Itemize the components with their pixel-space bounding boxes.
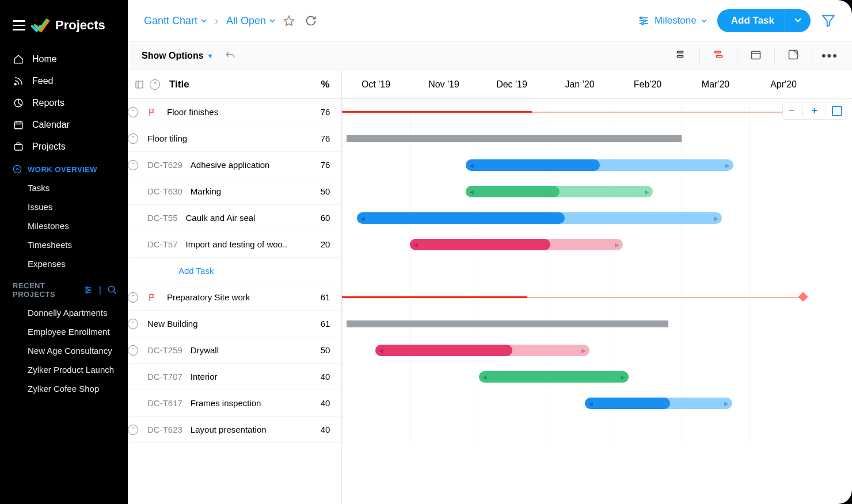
search-icon[interactable] [107,285,117,295]
feed-icon [13,75,24,87]
gantt-row[interactable] [342,311,852,337]
milestone-diamond-icon[interactable] [798,292,808,302]
task-row[interactable]: ⌃DC-T617 Frames inspection40 [128,390,341,417]
gantt-chart[interactable]: Oct '19Nov '19Dec '19Jan '20Feb'20Mar'20… [342,70,852,504]
gantt-row[interactable]: ◀▶ [342,152,852,178]
gantt-row[interactable] [342,99,852,125]
collapse-icon[interactable]: ⌃ [128,319,138,329]
recent-item[interactable]: Zylker Product Launch [0,360,128,379]
task-bar[interactable]: ◀▶ [375,345,589,356]
sliders-icon[interactable] [83,285,93,295]
milestone-label: Milestone [655,15,697,26]
recent-item[interactable]: New Age Consultancy [0,341,128,360]
undo-icon[interactable] [225,50,236,62]
collapse-icon[interactable]: ⌃ [128,107,138,117]
recent-item[interactable]: Donnelly Apartments [0,303,128,322]
task-row[interactable]: ⌃DC-T259 Drywall50 [128,337,341,364]
task-row[interactable]: ⌃DC-T707 Interior40 [128,364,341,390]
group-row[interactable]: ⌃Floor tiling76 [128,125,341,152]
svg-point-11 [108,286,115,292]
svg-rect-20 [714,51,721,53]
gantt-row[interactable] [342,125,852,152]
main-content: Gantt Chart › All Open Milestone Add Tas… [128,0,852,504]
task-code: DC-T55 [147,213,178,223]
add-task-button[interactable]: Add Task [717,9,811,32]
task-row[interactable]: ⌃DC-T55 Caulk and Air seal60 [128,205,341,231]
gantt-row[interactable]: ◀▶ [342,337,852,364]
milestone-row[interactable]: ⌃Preparatory Site work61 [128,284,341,311]
view-dropdown[interactable]: Gantt Chart [144,15,207,27]
add-task-link[interactable]: Add Task [128,266,214,276]
show-options-label: Show Options [142,51,204,61]
zoom-out-button[interactable]: − [786,105,797,117]
nav-home[interactable]: Home [0,48,128,70]
gantt-row[interactable]: ◀▶ [342,178,852,205]
task-bar[interactable]: ◀▶ [466,186,653,197]
task-code: DC-T629 [147,160,182,170]
task-bar[interactable]: ◀▶ [357,212,722,224]
show-options-button[interactable]: Show Options ▾ [142,51,212,61]
gantt-row[interactable] [342,258,852,284]
group-title: Floor tiling [147,133,187,143]
add-task-dropdown[interactable] [785,10,811,32]
milestone-dropdown[interactable]: Milestone [637,15,707,26]
collapse-icon[interactable]: ⌃ [128,133,138,144]
gantt-row[interactable]: ◀▶ [342,390,852,417]
nav-calendar[interactable]: Calendar [0,114,128,136]
collapse-icon[interactable]: ⌃ [128,345,138,356]
zoom-in-button[interactable]: + [809,105,820,117]
collapse-icon[interactable]: ⌃ [128,425,138,435]
view-mode-1-icon[interactable] [672,47,690,64]
fullscreen-icon[interactable] [784,47,802,65]
zoom-fit-button[interactable] [832,106,842,116]
collapse-icon[interactable]: ⌃ [128,160,138,170]
gantt-row[interactable]: ◀▶ [342,231,852,258]
summary-bar[interactable] [348,135,680,142]
sub-tasks[interactable]: Tasks [0,178,128,197]
task-row[interactable]: ⌃DC-T630 Marking50 [128,178,341,205]
menu-icon[interactable] [13,20,25,30]
gantt-row[interactable] [342,284,852,311]
task-row[interactable]: ⌃DC-T623 Layout presentation40 [128,417,341,443]
task-bar[interactable]: ◀▶ [585,398,732,409]
task-bar[interactable]: ◀▶ [466,159,733,171]
task-table: ⌃ Title % ⌃Floor finishes76⌃Floor tiling… [128,70,342,504]
recent-item[interactable]: Zylker Cofee Shop [0,379,128,398]
task-bar[interactable]: ◀▶ [479,371,629,383]
collapse-icon[interactable]: ⌃ [128,292,138,303]
task-row[interactable]: ⌃DC-T57 Import and testing of woo..20 [128,231,341,258]
sub-expenses[interactable]: Expenses [0,254,128,273]
group-row[interactable]: ⌃New Building61 [128,311,341,337]
nav-projects[interactable]: Projects [0,136,128,158]
refresh-icon[interactable] [305,15,317,26]
svg-point-17 [642,22,644,24]
sub-milestones[interactable]: Milestones [0,216,128,235]
summary-bar[interactable] [348,320,667,327]
gantt-row[interactable]: ◀▶ [342,364,852,390]
milestone-row[interactable]: ⌃Floor finishes76 [128,99,341,125]
gantt-row[interactable]: ◀▶ [342,205,852,231]
filter-icon[interactable] [821,13,836,28]
nav-feed[interactable]: Feed [0,70,128,92]
calendar-tool-icon[interactable] [747,47,765,65]
sub-timesheets[interactable]: Timesheets [0,235,128,254]
nav-reports[interactable]: Reports [0,92,128,114]
filter-dropdown[interactable]: All Open [226,15,275,27]
gantt-row[interactable] [342,417,852,443]
columns-icon[interactable] [135,80,144,89]
collapse-all-icon[interactable]: ⌃ [150,79,160,90]
more-menu-icon[interactable]: ••• [821,48,838,63]
recent-item[interactable]: Employee Enrollment [0,322,128,341]
work-overview-header[interactable]: WORK OVERVIEW [0,158,128,178]
add-task-row[interactable]: Add Task [128,258,341,284]
task-row[interactable]: ⌃DC-T629 Adhesive application76 [128,152,341,178]
view-mode-2-icon[interactable] [709,47,728,64]
svg-point-15 [640,17,642,18]
chevron-down-icon: ▾ [208,52,212,60]
star-icon[interactable] [283,15,295,26]
sub-issues[interactable]: Issues [0,197,128,216]
nav-label: Home [32,54,57,64]
svg-point-16 [644,20,645,21]
task-bar[interactable]: ◀▶ [410,239,623,250]
pct-column-header: % [309,79,341,90]
